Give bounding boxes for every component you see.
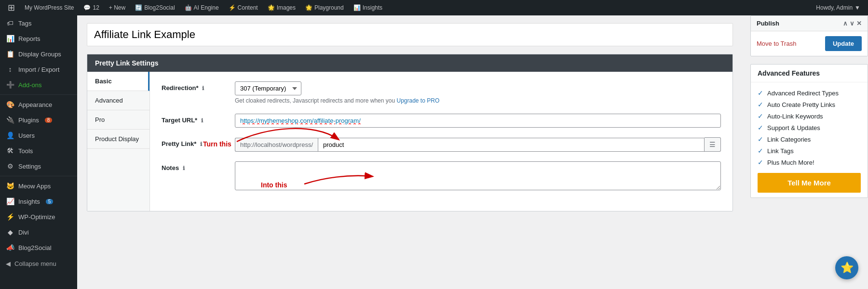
af-item-2: ✓ Auto-Link Keywords [758, 110, 861, 122]
blog2social-menu-icon: 📣 [6, 244, 14, 251]
check-icon-2: ✓ [758, 112, 763, 120]
page-title-input[interactable] [87, 23, 733, 46]
tell-me-more-button[interactable]: Tell Me More [758, 173, 861, 193]
pretty-link-copy-icon[interactable]: ☰ [705, 137, 721, 152]
target-url-field [235, 114, 721, 128]
upgrade-to-pro-link[interactable]: Upgrade to PRO [397, 97, 440, 104]
sidebar-item-meowapps[interactable]: 🐱 Meow Apps [0, 178, 77, 194]
insights-badge: 5 [46, 199, 54, 204]
images-icon: 🌟 [268, 4, 275, 11]
redirection-label: Redirection* ℹ [162, 81, 229, 92]
adminbar-comments[interactable]: 💬 12 [80, 0, 103, 15]
sidebar-insights-label: Insights [18, 198, 40, 205]
adminbar-ai-engine[interactable]: 🤖 AI Engine [181, 0, 223, 15]
check-icon-1: ✓ [758, 101, 763, 108]
adminbar-playground[interactable]: 🌟 Playground [301, 0, 348, 15]
chevron-up-icon[interactable]: ∧ [843, 20, 848, 27]
pl-tabs: Basic Advanced Pro Product Display [87, 72, 150, 211]
chevron-down-icon[interactable]: ∨ [850, 20, 854, 27]
sidebar-item-tags[interactable]: 🏷 Tags [0, 15, 77, 31]
import-export-icon: ↕ [6, 66, 14, 73]
adminbar-howdy[interactable]: Howdy, Admin ▼ [812, 0, 864, 15]
separator-1 [0, 94, 77, 95]
check-icon-5: ✓ [758, 147, 763, 155]
sidebar-tools-label: Tools [18, 147, 33, 155]
pretty-link-field: http://localhost/wordpress/ ☰ [235, 137, 721, 152]
update-button[interactable]: Update [825, 36, 862, 51]
sidebar-item-label: Tags [18, 20, 31, 27]
sidebar-item-settings[interactable]: ⚙ Settings [0, 158, 77, 174]
floating-widget[interactable]: ⭐ [835, 256, 858, 279]
adminbar-insights[interactable]: 📊 Insights [350, 0, 386, 15]
sidebar-item-divi[interactable]: ◆ Divi [0, 224, 77, 240]
adminbar-images[interactable]: 🌟 Images [264, 0, 299, 15]
adminbar-wp-icon[interactable]: ⊞ [4, 0, 19, 15]
sidebar-item-reports[interactable]: 📊 Reports [0, 31, 77, 46]
af-item-3: ✓ Support & Updates [758, 122, 861, 133]
meowapps-icon: 🐱 [6, 182, 14, 190]
sidebar-item-addons[interactable]: ➕ Add-ons [0, 77, 77, 92]
right-sidebar: Publish ∧ ∨ ✕ Move to Trash Update Advan… [743, 15, 868, 289]
target-url-label: Target URL* ℹ [162, 114, 229, 124]
pretty-link-info-icon[interactable]: ℹ [200, 141, 202, 147]
sidebar-item-display-groups[interactable]: 📋 Display Groups [0, 46, 77, 62]
sidebar-item-label: Appearance [18, 101, 52, 108]
sidebar-item-label: Import / Export [18, 66, 59, 73]
adminbar-user-icon: ▼ [854, 4, 860, 11]
adminbar-content[interactable]: ⚡ Content [225, 0, 262, 15]
tab-pro[interactable]: Pro [87, 110, 149, 130]
tools-icon: 🛠 [6, 147, 14, 155]
af-item-0: ✓ Advanced Redirect Types [758, 87, 861, 99]
adminbar-site-name[interactable]: My WordPress Site [21, 0, 78, 15]
main-content: Pretty Link Settings Basic Advanced Pro … [77, 15, 743, 289]
redirection-field: 307 (Temporary) 301 (Permanent) 302 (Tem… [235, 81, 721, 104]
divi-icon: ◆ [6, 228, 14, 236]
af-body: ✓ Advanced Redirect Types ✓ Auto Create … [751, 82, 868, 197]
adminbar-new[interactable]: + New [105, 0, 129, 15]
publish-header-controls: ∧ ∨ ✕ [843, 20, 862, 27]
sidebar-item-tools[interactable]: 🛠 Tools [0, 143, 77, 158]
publish-title: Publish [757, 20, 779, 27]
sidebar-item-users[interactable]: 👤 Users [0, 128, 77, 143]
pretty-link-slug-input[interactable] [318, 138, 705, 152]
check-icon-6: ✓ [758, 158, 763, 166]
sidebar-item-label: Display Groups [18, 51, 61, 58]
tab-product-display[interactable]: Product Display [87, 130, 149, 149]
move-to-trash-link[interactable]: Move to Trash [757, 40, 796, 47]
sidebar-item-appearance[interactable]: 🎨 Appearance [0, 97, 77, 112]
display-groups-icon: 📋 [6, 50, 14, 58]
target-url-row: Target URL* ℹ [162, 114, 721, 128]
close-icon[interactable]: ✕ [856, 20, 862, 27]
tab-basic[interactable]: Basic [87, 72, 149, 91]
sidebar-item-import-export[interactable]: ↕ Import / Export [0, 62, 77, 77]
blog2social-icon: 🔄 [135, 4, 142, 11]
af-item-6: ✓ Plus Much More! [758, 157, 861, 168]
sidebar-blog2social-label: Blog2Social [18, 244, 52, 251]
admin-bar: ⊞ My WordPress Site 💬 12 + New 🔄 Blog2So… [0, 0, 868, 15]
af-item-label-4: Link Categories [767, 136, 811, 143]
pretty-link-settings-panel: Pretty Link Settings Basic Advanced Pro … [87, 54, 733, 211]
tab-advanced[interactable]: Advanced [87, 91, 149, 110]
af-item-4: ✓ Link Categories [758, 133, 861, 145]
af-item-5: ✓ Link Tags [758, 145, 861, 157]
insights-bar-icon: 📊 [353, 4, 361, 11]
collapse-menu[interactable]: ◀ Collapse menu [0, 255, 77, 272]
af-item-label-0: Advanced Redirect Types [767, 90, 839, 97]
sidebar-item-wpoptimize[interactable]: ⚡ WP-Optimize [0, 209, 77, 224]
sidebar-item-insights[interactable]: 📈 Insights 5 [0, 194, 77, 209]
redirection-select[interactable]: 307 (Temporary) 301 (Permanent) 302 (Tem… [235, 81, 301, 95]
advanced-features-box: Advanced Features ✓ Advanced Redirect Ty… [750, 64, 868, 198]
sidebar-item-plugins[interactable]: 🔌 Plugins 8 [0, 112, 77, 128]
adminbar-blog2social[interactable]: 🔄 Blog2Social [131, 0, 178, 15]
notes-textarea[interactable] [235, 161, 721, 190]
sidebar-item-label: Add-ons [18, 81, 41, 89]
redirection-info-icon[interactable]: ℹ [202, 85, 204, 91]
addons-icon: ➕ [6, 81, 14, 89]
target-url-input[interactable] [235, 114, 721, 128]
target-url-info-icon[interactable]: ℹ [201, 118, 203, 123]
check-icon-0: ✓ [758, 89, 763, 97]
sidebar-item-blog2social[interactable]: 📣 Blog2Social [0, 240, 77, 255]
notes-label: Notes ℹ [162, 161, 229, 171]
publish-header: Publish ∧ ∨ ✕ [751, 16, 868, 31]
notes-info-icon[interactable]: ℹ [183, 165, 185, 171]
